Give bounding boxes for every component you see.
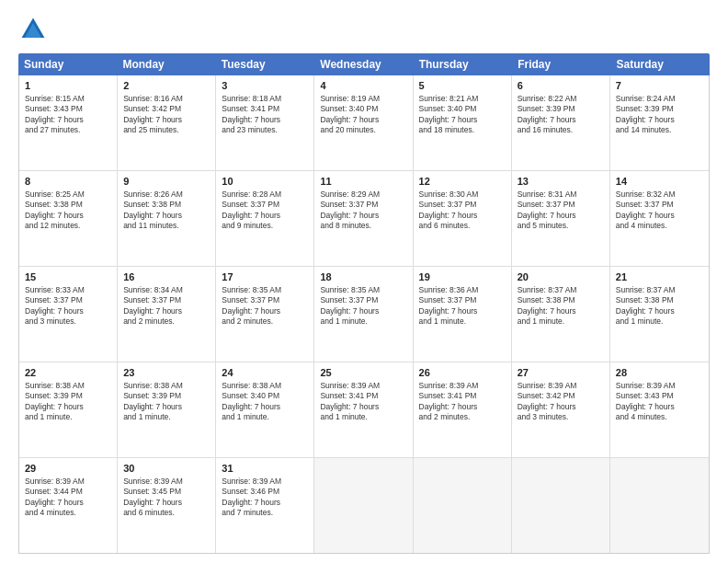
cell-line: Sunrise: 8:30 AM	[419, 190, 506, 200]
cal-cell: 5Sunrise: 8:21 AMSunset: 3:40 PMDaylight…	[414, 75, 512, 170]
cell-line: and 1 minute.	[419, 316, 506, 327]
cell-line: Sunset: 3:42 PM	[123, 104, 210, 114]
cal-cell: 11Sunrise: 8:29 AMSunset: 3:37 PMDayligh…	[314, 171, 413, 266]
cell-line: and 12 minutes.	[25, 221, 111, 231]
cell-line: Daylight: 7 hours	[123, 402, 210, 412]
cal-cell	[414, 458, 512, 553]
logo-icon	[18, 15, 48, 44]
cell-line: and 23 minutes.	[222, 125, 308, 135]
cell-line: Daylight: 7 hours	[25, 115, 111, 125]
cell-line: Sunset: 3:39 PM	[123, 391, 210, 401]
cal-cell: 15Sunrise: 8:33 AMSunset: 3:37 PMDayligh…	[19, 267, 118, 362]
cell-line: and 1 minute.	[320, 412, 406, 422]
day-number: 16	[123, 270, 210, 284]
cell-line: Sunrise: 8:28 AM	[222, 190, 308, 200]
cell-line: Sunrise: 8:39 AM	[25, 477, 111, 487]
cell-line: and 1 minute.	[518, 316, 604, 327]
cell-line: and 14 minutes.	[616, 125, 703, 135]
cell-line: Sunset: 3:40 PM	[419, 104, 506, 114]
cell-line: Daylight: 7 hours	[320, 211, 406, 221]
day-number: 27	[518, 366, 604, 380]
cal-cell: 6Sunrise: 8:22 AMSunset: 3:39 PMDaylight…	[512, 75, 610, 170]
cell-line: Sunrise: 8:35 AM	[222, 285, 308, 295]
cell-line: Daylight: 7 hours	[320, 402, 406, 412]
cell-line: and 3 minutes.	[518, 412, 604, 422]
day-number: 13	[518, 175, 604, 189]
cal-cell: 26Sunrise: 8:39 AMSunset: 3:41 PMDayligh…	[414, 362, 512, 457]
cell-line: Daylight: 7 hours	[320, 115, 406, 125]
cal-row: 29Sunrise: 8:39 AMSunset: 3:44 PMDayligh…	[19, 458, 709, 553]
day-number: 31	[222, 462, 308, 476]
day-number: 6	[518, 79, 604, 93]
cal-cell: 18Sunrise: 8:35 AMSunset: 3:37 PMDayligh…	[314, 267, 413, 362]
cell-line: Sunset: 3:37 PM	[518, 200, 604, 210]
cell-line: Daylight: 7 hours	[222, 115, 308, 125]
day-number: 8	[25, 175, 111, 189]
cal-cell: 3Sunrise: 8:18 AMSunset: 3:41 PMDaylight…	[216, 75, 314, 170]
cell-line: Sunrise: 8:39 AM	[616, 381, 703, 391]
cell-line: Sunset: 3:37 PM	[320, 200, 406, 210]
cell-line: Sunset: 3:39 PM	[518, 104, 604, 114]
cell-line: Sunset: 3:41 PM	[320, 391, 406, 401]
cell-line: Daylight: 7 hours	[123, 306, 210, 316]
cell-line: Sunrise: 8:38 AM	[222, 381, 308, 391]
cell-line: Sunrise: 8:39 AM	[123, 477, 210, 487]
cal-cell: 9Sunrise: 8:26 AMSunset: 3:38 PMDaylight…	[118, 171, 216, 266]
cell-line: Daylight: 7 hours	[616, 211, 703, 221]
calendar: SundayMondayTuesdayWednesdayThursdayFrid…	[18, 53, 710, 554]
cell-line: and 6 minutes.	[123, 508, 210, 518]
cal-cell: 19Sunrise: 8:36 AMSunset: 3:37 PMDayligh…	[414, 267, 512, 362]
cell-line: Sunset: 3:37 PM	[222, 295, 308, 305]
cal-cell: 1Sunrise: 8:15 AMSunset: 3:43 PMDaylight…	[19, 75, 118, 170]
cell-line: Daylight: 7 hours	[25, 498, 111, 508]
cell-line: and 6 minutes.	[419, 221, 506, 231]
cal-cell: 31Sunrise: 8:39 AMSunset: 3:46 PMDayligh…	[216, 458, 314, 553]
cell-line: Sunrise: 8:39 AM	[320, 381, 406, 391]
cell-line: and 1 minute.	[616, 316, 703, 327]
cal-cell: 7Sunrise: 8:24 AMSunset: 3:39 PMDaylight…	[610, 75, 709, 170]
cell-line: Sunrise: 8:21 AM	[419, 94, 506, 104]
cal-cell	[610, 458, 709, 553]
header	[18, 15, 710, 44]
cell-line: and 27 minutes.	[25, 125, 111, 135]
day-number: 18	[320, 270, 406, 284]
cal-cell: 21Sunrise: 8:37 AMSunset: 3:38 PMDayligh…	[610, 267, 709, 362]
cell-line: and 16 minutes.	[518, 125, 604, 135]
cal-row: 22Sunrise: 8:38 AMSunset: 3:39 PMDayligh…	[19, 362, 709, 458]
cal-cell: 4Sunrise: 8:19 AMSunset: 3:40 PMDaylight…	[314, 75, 413, 170]
cell-line: Daylight: 7 hours	[616, 115, 703, 125]
day-number: 12	[419, 175, 506, 189]
cell-line: Sunset: 3:43 PM	[616, 391, 703, 401]
cal-row: 1Sunrise: 8:15 AMSunset: 3:43 PMDaylight…	[19, 75, 709, 171]
calendar-header: SundayMondayTuesdayWednesdayThursdayFrid…	[18, 53, 710, 75]
cal-header-cell: Wednesday	[314, 53, 413, 75]
cell-line: Sunrise: 8:22 AM	[518, 94, 604, 104]
cell-line: Sunrise: 8:24 AM	[616, 94, 703, 104]
cell-line: Sunrise: 8:16 AM	[123, 94, 210, 104]
cell-line: Sunrise: 8:34 AM	[123, 285, 210, 295]
cell-line: Daylight: 7 hours	[222, 211, 308, 221]
cell-line: Daylight: 7 hours	[222, 306, 308, 316]
cal-header-cell: Sunday	[18, 53, 117, 75]
cell-line: and 2 minutes.	[222, 316, 308, 327]
cell-line: Daylight: 7 hours	[419, 115, 506, 125]
cell-line: Sunrise: 8:31 AM	[518, 190, 604, 200]
cell-line: and 1 minute.	[320, 316, 406, 327]
cell-line: Daylight: 7 hours	[222, 402, 308, 412]
day-number: 19	[419, 270, 506, 284]
cell-line: Sunset: 3:42 PM	[518, 391, 604, 401]
cal-header-cell: Monday	[117, 53, 215, 75]
cal-cell: 2Sunrise: 8:16 AMSunset: 3:42 PMDaylight…	[118, 75, 216, 170]
cell-line: Sunset: 3:37 PM	[123, 295, 210, 305]
day-number: 7	[616, 79, 703, 93]
cal-header-cell: Friday	[512, 53, 610, 75]
cell-line: and 4 minutes.	[25, 508, 111, 518]
day-number: 21	[616, 270, 703, 284]
cell-line: Sunrise: 8:39 AM	[222, 477, 308, 487]
cal-cell: 27Sunrise: 8:39 AMSunset: 3:42 PMDayligh…	[512, 362, 610, 457]
cal-cell: 30Sunrise: 8:39 AMSunset: 3:45 PMDayligh…	[118, 458, 216, 553]
cell-line: Daylight: 7 hours	[123, 498, 210, 508]
cell-line: Sunset: 3:38 PM	[518, 295, 604, 305]
cal-cell: 14Sunrise: 8:32 AMSunset: 3:37 PMDayligh…	[610, 171, 709, 266]
day-number: 2	[123, 79, 210, 93]
